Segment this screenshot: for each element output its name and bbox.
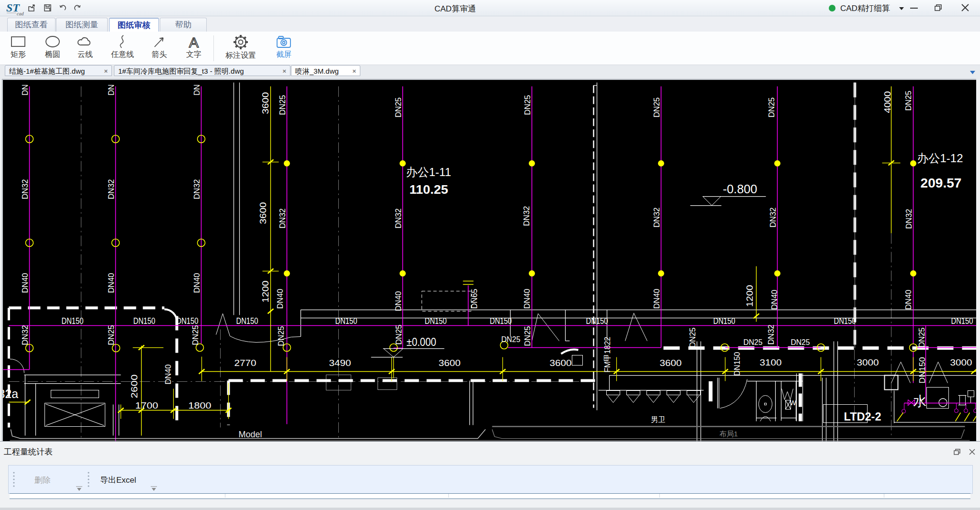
svg-text:2770: 2770 — [234, 358, 256, 368]
svg-text:DN65: DN65 — [470, 288, 479, 309]
svg-text:DN25: DN25 — [904, 90, 913, 111]
svg-text:209.57: 209.57 — [921, 176, 962, 190]
svg-text:办公1-12: 办公1-12 — [917, 152, 963, 165]
svg-text:FM甲1822: FM甲1822 — [603, 337, 612, 373]
svg-text:DN25: DN25 — [395, 324, 403, 344]
svg-text:Model: Model — [239, 430, 262, 439]
svg-text:DN25: DN25 — [523, 326, 532, 346]
svg-text:DN32: DN32 — [193, 179, 201, 199]
svg-text:DN40: DN40 — [770, 289, 779, 310]
svg-text:DN150: DN150 — [918, 357, 926, 383]
svg-text:DN25: DN25 — [501, 335, 521, 344]
svg-text:110.25: 110.25 — [410, 182, 448, 197]
svg-text:3100: 3100 — [760, 357, 782, 367]
svg-text:DN32: DN32 — [278, 208, 287, 228]
svg-text:DN25: DN25 — [394, 97, 402, 117]
svg-text:4000: 4000 — [882, 91, 892, 113]
svg-text:DN150: DN150 — [834, 316, 856, 326]
svg-text:W: W — [790, 399, 797, 407]
svg-text:DN150: DN150 — [490, 316, 512, 326]
svg-text:1200: 1200 — [260, 281, 270, 303]
svg-text:3600: 3600 — [258, 202, 268, 224]
svg-text:DN25: DN25 — [918, 327, 926, 347]
svg-text:DN25: DN25 — [791, 338, 810, 347]
svg-text:DN150: DN150 — [733, 352, 741, 376]
svg-text:1800: 1800 — [189, 400, 212, 410]
svg-text:3600: 3600 — [550, 358, 572, 368]
svg-text:水: 水 — [913, 394, 927, 409]
svg-text:DN40: DN40 — [904, 289, 913, 310]
svg-text:男卫: 男卫 — [651, 415, 666, 423]
svg-text:删除: 删除 — [34, 476, 51, 485]
svg-text:DN150: DN150 — [713, 316, 735, 326]
svg-text:DN25: DN25 — [278, 95, 287, 115]
svg-text:导出Excel: 导出Excel — [100, 476, 136, 485]
svg-text:DN: DN — [193, 84, 201, 95]
svg-text:±0.000: ±0.000 — [407, 336, 436, 348]
svg-text:DN25: DN25 — [277, 326, 285, 346]
svg-text:DN25: DN25 — [523, 95, 532, 115]
svg-text:DN150: DN150 — [586, 316, 608, 326]
svg-text:3600: 3600 — [260, 92, 270, 114]
svg-text:CAD精打细算: CAD精打细算 — [840, 4, 890, 13]
svg-text:DN150: DN150 — [951, 316, 973, 326]
svg-text:DN32: DN32 — [769, 207, 777, 227]
svg-text:DN150: DN150 — [236, 316, 258, 326]
svg-text:DN40: DN40 — [193, 273, 201, 293]
svg-text:DN25: DN25 — [653, 97, 661, 117]
svg-text:DN32: DN32 — [905, 209, 913, 229]
svg-text:DN25: DN25 — [191, 325, 200, 345]
svg-text:DN40: DN40 — [276, 288, 284, 309]
svg-text:DN25: DN25 — [689, 327, 697, 347]
svg-text:-0.800: -0.800 — [723, 182, 757, 196]
svg-text:布局1: 布局1 — [720, 430, 738, 438]
svg-text:DN40: DN40 — [394, 291, 402, 311]
svg-text:DN32: DN32 — [767, 324, 775, 344]
svg-text:1200: 1200 — [745, 285, 755, 307]
svg-text:3600: 3600 — [660, 358, 682, 368]
svg-text:DN40: DN40 — [653, 288, 661, 309]
svg-text:DN25: DN25 — [768, 97, 776, 117]
svg-text:DN40: DN40 — [523, 288, 531, 309]
svg-text:DN32: DN32 — [523, 206, 531, 226]
svg-text:DN32: DN32 — [394, 208, 402, 228]
svg-text:DN150: DN150 — [335, 316, 357, 326]
svg-text:DN25: DN25 — [744, 338, 763, 347]
svg-text:3000: 3000 — [857, 357, 879, 367]
svg-text:DN150: DN150 — [425, 316, 447, 326]
svg-text:3490: 3490 — [329, 358, 351, 368]
svg-text:DN32: DN32 — [653, 207, 661, 227]
svg-text:3600: 3600 — [439, 358, 461, 368]
svg-text:3000: 3000 — [950, 357, 972, 367]
svg-text:LTD2-2: LTD2-2 — [844, 410, 881, 423]
svg-text:办公1-11: 办公1-11 — [406, 166, 451, 178]
